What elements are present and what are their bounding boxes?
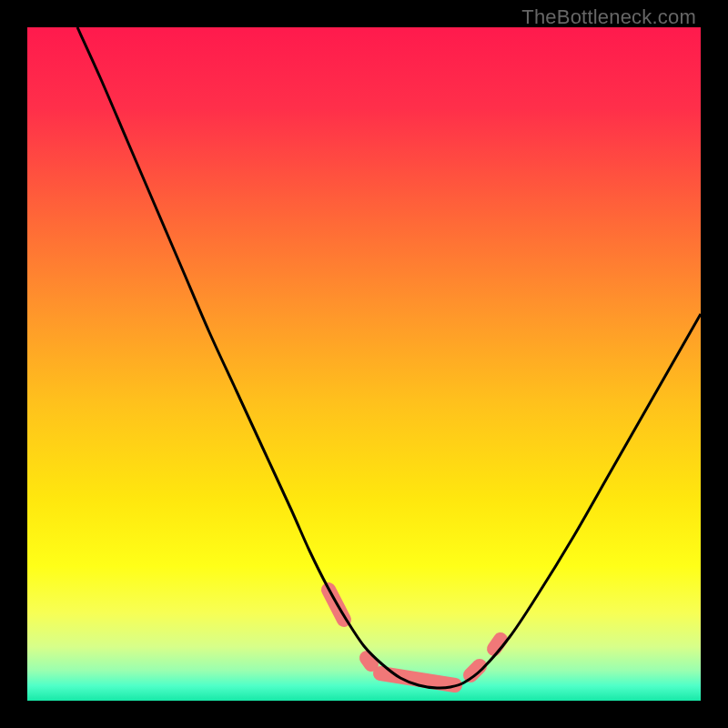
- bottleneck-curve: [77, 27, 701, 688]
- highlight-group: [329, 590, 500, 685]
- highlight-segment: [380, 673, 455, 685]
- curve-layer: [27, 27, 701, 701]
- plot-area: [27, 27, 701, 701]
- highlight-segment: [367, 658, 371, 664]
- watermark-text: TheBottleneck.com: [521, 5, 696, 29]
- highlight-segment: [494, 640, 500, 649]
- outer-frame: TheBottleneck.com: [0, 0, 728, 728]
